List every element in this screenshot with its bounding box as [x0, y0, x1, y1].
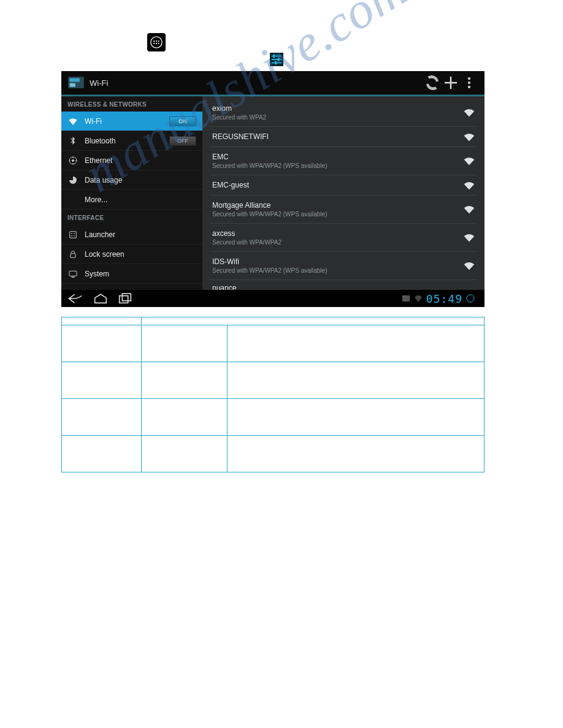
sidebar-item-bluetooth[interactable]: Bluetooth OFF: [61, 131, 202, 151]
wifi-signal-icon: [464, 181, 475, 189]
sidebar-label: Data usage: [85, 176, 196, 184]
svg-rect-31: [122, 294, 131, 301]
svg-point-2: [156, 40, 157, 42]
sidebar-item-launcher[interactable]: Launcher: [61, 225, 202, 245]
system-icon: [67, 268, 79, 279]
wifi-network-row[interactable]: REGUSNETWIFI: [210, 127, 477, 147]
system-nav-bar: 05:49: [61, 290, 484, 307]
network-security: Secured with WPA/WPA2 (WPS available): [212, 267, 464, 274]
status-badge-icon: [466, 294, 475, 303]
sidebar-item-more[interactable]: More...: [61, 190, 202, 210]
sidebar-label: Lock screen: [85, 250, 196, 259]
wifi-network-row[interactable]: IDS-WifiSecured with WPA/WPA2 (WPS avail…: [210, 252, 477, 280]
svg-rect-19: [468, 86, 470, 88]
svg-point-4: [153, 43, 155, 44]
svg-rect-15: [69, 78, 79, 82]
svg-rect-18: [468, 82, 470, 84]
svg-point-33: [467, 295, 474, 302]
svg-point-26: [74, 235, 75, 237]
svg-rect-13: [275, 61, 277, 65]
wifi-network-row[interactable]: axcessSecured with WPA/WPA2: [210, 224, 477, 252]
wifi-network-row[interactable]: EMC-guest: [210, 175, 477, 195]
sidebar-label: Ethernet: [85, 156, 196, 165]
section-wireless: WIRELESS & NETWORKS: [61, 96, 202, 112]
sidebar-label: Bluetooth: [85, 137, 169, 145]
network-name: Mortgage Alliance: [212, 201, 464, 210]
svg-rect-16: [69, 83, 75, 87]
sidebar-label: Wi-Fi: [85, 117, 169, 126]
network-name: EMC-guest: [212, 181, 464, 189]
back-button[interactable]: [67, 292, 85, 305]
sidebar-item-ethernet[interactable]: Ethernet: [61, 151, 202, 170]
settings-sidebar: WIRELESS & NETWORKS Wi-Fi ON Bluetooth O…: [61, 96, 202, 290]
home-button[interactable]: [92, 292, 109, 305]
overflow-menu-icon[interactable]: [460, 74, 478, 92]
svg-rect-17: [468, 77, 470, 80]
wifi-network-row[interactable]: nuance: [210, 280, 477, 290]
settings-screenshot: Wi-Fi WIRELESS & NETWORKS Wi-Fi ON Bluet…: [61, 71, 484, 307]
wifi-signal-icon: [464, 157, 475, 165]
wifi-signal-icon: [464, 233, 475, 242]
network-security: Secured with WPA/WPA2 (WPS available): [212, 211, 464, 218]
network-name: axcess: [212, 229, 464, 238]
launcher-icon: [67, 229, 79, 240]
status-clock: 05:49: [426, 292, 462, 305]
svg-rect-32: [402, 295, 410, 301]
bluetooth-icon: [67, 135, 79, 146]
network-security: Secured with WPA/WPA2 (WPS available): [212, 162, 464, 169]
apps-launcher-icon: [147, 33, 166, 51]
svg-rect-30: [120, 295, 128, 303]
recent-apps-button[interactable]: [117, 292, 134, 305]
svg-point-1: [153, 40, 155, 42]
svg-point-21: [72, 159, 74, 162]
network-security: Secured with WPA2: [212, 114, 464, 121]
lock-icon: [67, 249, 79, 260]
sidebar-item-lock-screen[interactable]: Lock screen: [61, 245, 202, 264]
network-name: EMC: [212, 153, 464, 161]
wifi-network-row[interactable]: EMCSecured with WPA/WPA2 (WPS available): [210, 147, 477, 175]
ethernet-icon: [67, 155, 79, 166]
svg-rect-22: [70, 231, 77, 238]
wifi-signal-icon: [464, 132, 475, 141]
add-network-icon[interactable]: [442, 74, 460, 92]
network-name: IDS-Wifi: [212, 257, 464, 266]
sd-card-icon: [402, 294, 410, 303]
wifi-network-list: exiomSecured with WPA2 REGUSNETWIFI EMCS…: [202, 96, 484, 290]
network-name: REGUSNETWIFI: [212, 132, 464, 141]
settings-description-table: [61, 317, 484, 472]
wifi-network-row[interactable]: Mortgage AllianceSecured with WPA/WPA2 (…: [210, 195, 477, 224]
sidebar-label: More...: [85, 195, 196, 204]
sidebar-label: Launcher: [85, 230, 196, 239]
svg-point-5: [156, 43, 157, 44]
svg-point-23: [71, 233, 72, 234]
wifi-signal-icon: [464, 205, 475, 214]
wifi-signal-icon: [464, 262, 475, 270]
svg-rect-29: [71, 276, 74, 277]
svg-rect-10: [272, 59, 282, 60]
sidebar-item-system[interactable]: System: [61, 264, 202, 284]
svg-point-0: [151, 37, 162, 48]
wifi-network-row[interactable]: exiomSecured with WPA2: [210, 99, 477, 127]
svg-rect-9: [274, 55, 275, 58]
svg-point-24: [74, 233, 75, 234]
wps-icon[interactable]: [423, 74, 442, 92]
bluetooth-toggle[interactable]: OFF: [169, 136, 196, 146]
action-bar: Wi-Fi: [61, 71, 484, 96]
sidebar-item-wifi[interactable]: Wi-Fi ON: [61, 112, 202, 131]
svg-rect-27: [71, 253, 75, 257]
sidebar-item-data-usage[interactable]: Data usage: [61, 170, 202, 190]
network-security: Secured with WPA/WPA2: [212, 239, 464, 246]
sidebar-label: System: [85, 270, 196, 278]
network-name: nuance: [212, 284, 475, 290]
network-name: exiom: [212, 104, 464, 113]
wifi-status-icon: [414, 294, 423, 303]
wifi-toggle[interactable]: ON: [169, 116, 196, 126]
settings-app-icon: [67, 75, 85, 90]
svg-point-3: [158, 40, 159, 42]
svg-rect-8: [272, 56, 282, 57]
data-usage-icon: [67, 175, 79, 186]
svg-point-25: [71, 235, 72, 237]
svg-point-6: [158, 43, 159, 44]
wifi-icon: [67, 116, 79, 127]
section-interface: INTERFACE: [61, 210, 202, 225]
